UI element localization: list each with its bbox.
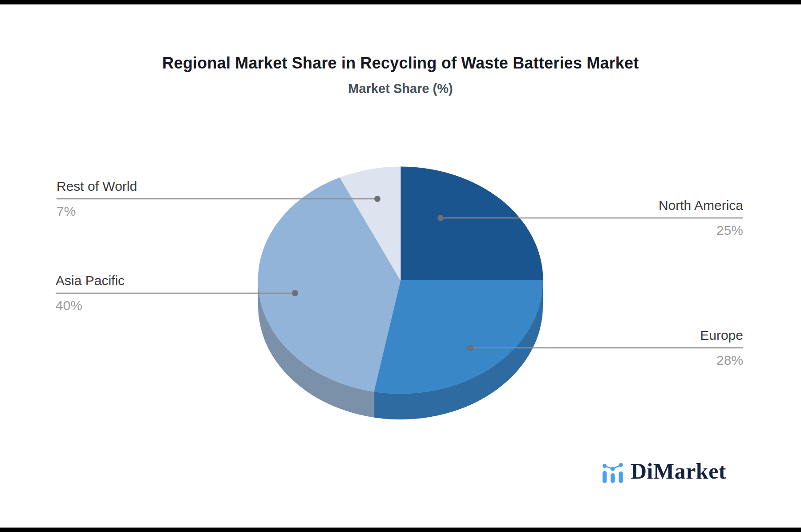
- callout-dot-rest-of-world: [374, 196, 380, 202]
- callout-value-north-america: 25%: [716, 222, 743, 238]
- callout-dot-europe: [467, 345, 473, 351]
- callout-label-rest-of-world: Rest of World: [57, 178, 137, 194]
- bottom-edge-bar: [0, 528, 801, 532]
- page-root: Regional Market Share in Recycling of Wa…: [0, 0, 801, 532]
- callout-value-europe: 28%: [716, 352, 743, 368]
- pie-slice-north-america: [400, 167, 543, 280]
- pie-chart-svg: [0, 0, 801, 532]
- callout-label-north-america: North America: [659, 197, 743, 214]
- callout-label-europe: Europe: [700, 327, 743, 343]
- logo-text: DiMarket: [631, 459, 726, 483]
- callout-value-rest-of-world: 7%: [57, 203, 76, 219]
- bar-line-chart-icon: [602, 463, 625, 483]
- pie-slice-europe: [374, 280, 543, 394]
- callout-value-asia-pacific: 40%: [56, 298, 82, 314]
- callout-dot-north-america: [437, 215, 444, 221]
- callout-label-asia-pacific: Asia Pacific: [56, 273, 125, 289]
- callout-dot-asia-pacific: [292, 290, 298, 296]
- logo: DiMarket: [602, 459, 726, 483]
